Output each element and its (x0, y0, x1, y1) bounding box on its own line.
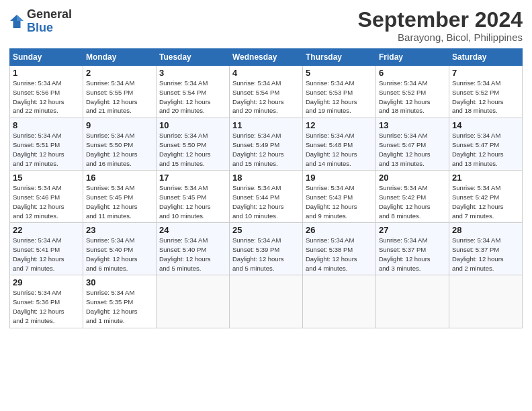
day-detail: Sunrise: 5:34 AMSunset: 5:35 PMDaylight:… (86, 289, 138, 324)
day-detail: Sunrise: 5:34 AMSunset: 5:46 PMDaylight:… (13, 184, 64, 219)
day-number: 13 (379, 120, 446, 130)
table-cell: 18Sunrise: 5:34 AMSunset: 5:44 PMDayligh… (230, 171, 303, 223)
day-number: 12 (306, 120, 373, 130)
calendar-table: Sunday Monday Tuesday Wednesday Thursday… (9, 48, 523, 328)
week-row-3: 15Sunrise: 5:34 AMSunset: 5:46 PMDayligh… (10, 171, 523, 223)
day-number: 11 (232, 120, 300, 130)
table-cell: 27Sunrise: 5:34 AMSunset: 5:37 PMDayligh… (376, 223, 449, 275)
day-detail: Sunrise: 5:34 AMSunset: 5:50 PMDaylight:… (159, 132, 211, 167)
day-detail: Sunrise: 5:34 AMSunset: 5:48 PMDaylight:… (306, 132, 357, 167)
day-number: 2 (86, 68, 153, 78)
table-cell: 16Sunrise: 5:34 AMSunset: 5:45 PMDayligh… (83, 171, 157, 223)
table-cell: 1Sunrise: 5:34 AMSunset: 5:56 PMDaylight… (10, 66, 83, 118)
table-cell: 25Sunrise: 5:34 AMSunset: 5:39 PMDayligh… (230, 223, 303, 275)
header-row: Sunday Monday Tuesday Wednesday Thursday… (10, 49, 523, 66)
day-number: 5 (306, 68, 373, 78)
table-cell: 3Sunrise: 5:34 AMSunset: 5:54 PMDaylight… (157, 66, 230, 118)
day-number: 24 (159, 225, 226, 235)
day-detail: Sunrise: 5:34 AMSunset: 5:39 PMDaylight:… (232, 236, 284, 271)
day-detail: Sunrise: 5:34 AMSunset: 5:49 PMDaylight:… (232, 132, 284, 167)
day-number: 23 (86, 225, 153, 235)
table-cell: 22Sunrise: 5:34 AMSunset: 5:41 PMDayligh… (10, 223, 83, 275)
table-cell: 14Sunrise: 5:34 AMSunset: 5:47 PMDayligh… (449, 118, 523, 171)
col-wednesday: Wednesday (230, 49, 303, 66)
day-number: 3 (159, 68, 226, 78)
day-detail: Sunrise: 5:34 AMSunset: 5:51 PMDaylight:… (13, 132, 64, 167)
table-cell: 8Sunrise: 5:34 AMSunset: 5:51 PMDaylight… (10, 118, 83, 171)
title-block: September 2024 Barayong, Bicol, Philippi… (358, 8, 523, 43)
day-detail: Sunrise: 5:34 AMSunset: 5:52 PMDaylight:… (379, 79, 431, 114)
day-number: 7 (452, 68, 519, 78)
day-number: 10 (159, 120, 226, 130)
day-number: 17 (159, 173, 226, 183)
day-detail: Sunrise: 5:34 AMSunset: 5:47 PMDaylight:… (379, 132, 431, 167)
day-detail: Sunrise: 5:34 AMSunset: 5:43 PMDaylight:… (306, 184, 357, 219)
day-number: 28 (452, 225, 519, 235)
day-number: 26 (306, 225, 373, 235)
week-row-5: 29Sunrise: 5:34 AMSunset: 5:36 PMDayligh… (10, 275, 523, 328)
table-cell (157, 275, 230, 328)
day-detail: Sunrise: 5:34 AMSunset: 5:44 PMDaylight:… (232, 184, 284, 219)
day-number: 25 (232, 225, 300, 235)
day-number: 19 (306, 173, 373, 183)
day-detail: Sunrise: 5:34 AMSunset: 5:37 PMDaylight:… (452, 236, 504, 271)
month-title: September 2024 (358, 8, 523, 32)
day-detail: Sunrise: 5:34 AMSunset: 5:54 PMDaylight:… (232, 79, 284, 114)
table-cell (376, 275, 449, 328)
day-number: 8 (13, 120, 80, 130)
day-detail: Sunrise: 5:34 AMSunset: 5:45 PMDaylight:… (159, 184, 211, 219)
table-cell: 30Sunrise: 5:34 AMSunset: 5:35 PMDayligh… (83, 275, 157, 328)
col-tuesday: Tuesday (157, 49, 230, 66)
day-detail: Sunrise: 5:34 AMSunset: 5:50 PMDaylight:… (86, 132, 138, 167)
day-number: 20 (379, 173, 446, 183)
day-detail: Sunrise: 5:34 AMSunset: 5:42 PMDaylight:… (452, 184, 504, 219)
table-cell: 2Sunrise: 5:34 AMSunset: 5:55 PMDaylight… (83, 66, 157, 118)
day-number: 30 (86, 277, 153, 287)
day-number: 4 (232, 68, 300, 78)
day-number: 1 (13, 68, 80, 78)
logo: General Blue (9, 8, 72, 35)
col-monday: Monday (83, 49, 157, 66)
day-number: 22 (13, 225, 80, 235)
day-number: 15 (13, 173, 80, 183)
day-detail: Sunrise: 5:34 AMSunset: 5:41 PMDaylight:… (13, 236, 64, 271)
table-cell: 6Sunrise: 5:34 AMSunset: 5:52 PMDaylight… (376, 66, 449, 118)
col-saturday: Saturday (449, 49, 523, 66)
table-cell: 21Sunrise: 5:34 AMSunset: 5:42 PMDayligh… (449, 171, 523, 223)
svg-marker-1 (17, 15, 24, 21)
day-detail: Sunrise: 5:34 AMSunset: 5:36 PMDaylight:… (13, 289, 64, 324)
table-cell (303, 275, 376, 328)
day-detail: Sunrise: 5:34 AMSunset: 5:40 PMDaylight:… (86, 236, 138, 271)
day-number: 27 (379, 225, 446, 235)
day-detail: Sunrise: 5:34 AMSunset: 5:40 PMDaylight:… (159, 236, 211, 271)
table-cell: 29Sunrise: 5:34 AMSunset: 5:36 PMDayligh… (10, 275, 83, 328)
table-cell: 24Sunrise: 5:34 AMSunset: 5:40 PMDayligh… (157, 223, 230, 275)
day-number: 29 (13, 277, 80, 287)
week-row-4: 22Sunrise: 5:34 AMSunset: 5:41 PMDayligh… (10, 223, 523, 275)
table-cell: 12Sunrise: 5:34 AMSunset: 5:48 PMDayligh… (303, 118, 376, 171)
week-row-2: 8Sunrise: 5:34 AMSunset: 5:51 PMDaylight… (10, 118, 523, 171)
table-cell (230, 275, 303, 328)
table-cell: 7Sunrise: 5:34 AMSunset: 5:52 PMDaylight… (449, 66, 523, 118)
table-cell: 28Sunrise: 5:34 AMSunset: 5:37 PMDayligh… (449, 223, 523, 275)
table-cell: 10Sunrise: 5:34 AMSunset: 5:50 PMDayligh… (157, 118, 230, 171)
day-detail: Sunrise: 5:34 AMSunset: 5:53 PMDaylight:… (306, 79, 357, 114)
location-title: Barayong, Bicol, Philippines (358, 32, 523, 43)
col-thursday: Thursday (303, 49, 376, 66)
table-cell: 17Sunrise: 5:34 AMSunset: 5:45 PMDayligh… (157, 171, 230, 223)
day-detail: Sunrise: 5:34 AMSunset: 5:56 PMDaylight:… (13, 79, 64, 114)
day-number: 18 (232, 173, 300, 183)
logo-general-text: General (27, 7, 72, 21)
day-number: 9 (86, 120, 153, 130)
table-cell: 26Sunrise: 5:34 AMSunset: 5:38 PMDayligh… (303, 223, 376, 275)
day-detail: Sunrise: 5:34 AMSunset: 5:52 PMDaylight:… (452, 79, 504, 114)
table-cell (449, 275, 523, 328)
table-cell: 5Sunrise: 5:34 AMSunset: 5:53 PMDaylight… (303, 66, 376, 118)
col-sunday: Sunday (10, 49, 83, 66)
day-detail: Sunrise: 5:34 AMSunset: 5:54 PMDaylight:… (159, 79, 211, 114)
logo-blue-text: Blue (27, 21, 53, 34)
table-cell: 23Sunrise: 5:34 AMSunset: 5:40 PMDayligh… (83, 223, 157, 275)
day-detail: Sunrise: 5:34 AMSunset: 5:37 PMDaylight:… (379, 236, 431, 271)
day-detail: Sunrise: 5:34 AMSunset: 5:42 PMDaylight:… (379, 184, 431, 219)
table-cell: 19Sunrise: 5:34 AMSunset: 5:43 PMDayligh… (303, 171, 376, 223)
